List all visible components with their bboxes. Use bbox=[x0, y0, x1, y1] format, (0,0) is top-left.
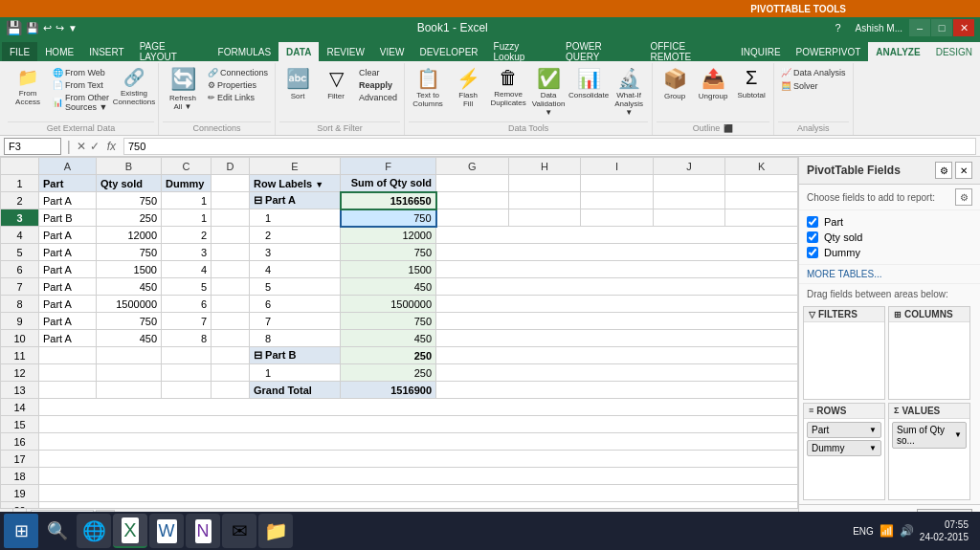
remove-duplicates-btn[interactable]: 🗑 RemoveDuplicates bbox=[489, 65, 527, 110]
tab-review[interactable]: REVIEW bbox=[319, 42, 371, 61]
from-text-btn[interactable]: 📄From Text bbox=[50, 79, 112, 91]
cell-a2[interactable]: Part A bbox=[39, 192, 97, 209]
cell-d8[interactable] bbox=[212, 296, 250, 313]
cell-a8[interactable]: Part A bbox=[39, 296, 97, 313]
cell-f9[interactable]: 750 bbox=[341, 313, 436, 330]
pivot-panel-close-btn[interactable]: ✕ bbox=[955, 162, 972, 179]
cell-f10[interactable]: 450 bbox=[341, 330, 436, 347]
cell-f4[interactable]: 12000 bbox=[341, 227, 436, 244]
clear-btn[interactable]: Clear bbox=[356, 67, 400, 78]
start-button[interactable]: ⊞ bbox=[4, 514, 38, 548]
col-header-g[interactable]: G bbox=[436, 158, 509, 175]
tab-page-layout[interactable]: PAGE LAYOUT bbox=[132, 42, 211, 61]
rows-part-dropdown[interactable]: ▼ bbox=[869, 426, 877, 434]
values-dropdown[interactable]: ▼ bbox=[954, 430, 962, 439]
rows-item-dummy[interactable]: Dummy ▼ bbox=[807, 440, 881, 456]
cell-j2[interactable] bbox=[653, 192, 725, 209]
tab-formulas[interactable]: FORMULAS bbox=[211, 42, 279, 61]
data-validation-btn[interactable]: ✅ DataValidation ▼ bbox=[529, 65, 568, 119]
cell-b7[interactable]: 450 bbox=[97, 278, 162, 296]
cell-d11[interactable] bbox=[212, 347, 250, 364]
taskbar-excel[interactable]: X bbox=[113, 514, 147, 548]
rows-item-part[interactable]: Part ▼ bbox=[807, 422, 881, 438]
cell-a5[interactable]: Part A bbox=[39, 244, 97, 261]
cell-k2[interactable] bbox=[725, 192, 798, 209]
cell-e6[interactable]: 4 bbox=[250, 261, 341, 278]
col-header-d[interactable]: D bbox=[212, 158, 250, 175]
name-box[interactable] bbox=[4, 138, 61, 155]
tab-developer[interactable]: DEVELOPER bbox=[412, 42, 485, 61]
help-btn[interactable]: ? bbox=[828, 19, 849, 36]
cell-c12[interactable] bbox=[162, 364, 212, 382]
cell-e1[interactable]: Row Labels ▼ bbox=[250, 175, 341, 192]
cell-d3[interactable] bbox=[212, 209, 250, 227]
cell-a3[interactable]: Part B bbox=[39, 209, 97, 227]
pivot-gear-btn[interactable]: ⚙ bbox=[955, 188, 972, 206]
data-analysis-btn[interactable]: 📈Data Analysis bbox=[778, 67, 849, 78]
cell-j3[interactable] bbox=[653, 209, 725, 227]
network-icon[interactable]: 📶 bbox=[880, 524, 894, 538]
cell-c8[interactable]: 6 bbox=[162, 296, 212, 313]
cell-e10[interactable]: 8 bbox=[250, 330, 341, 347]
cell-f8[interactable]: 1500000 bbox=[341, 296, 436, 313]
from-other-btn[interactable]: 📊From OtherSources ▼ bbox=[50, 92, 112, 113]
col-header-f[interactable]: F bbox=[341, 158, 436, 175]
cell-d10[interactable] bbox=[212, 330, 250, 347]
cell-b2[interactable]: 750 bbox=[97, 192, 162, 209]
rows-dummy-dropdown[interactable]: ▼ bbox=[869, 444, 877, 452]
cell-d5[interactable] bbox=[212, 244, 250, 261]
cell-f5[interactable]: 750 bbox=[341, 244, 436, 261]
cell-c7[interactable]: 5 bbox=[162, 278, 212, 296]
cell-k3[interactable] bbox=[725, 209, 798, 227]
col-header-c[interactable]: C bbox=[162, 158, 212, 175]
cell-a9[interactable]: Part A bbox=[39, 313, 97, 330]
maximize-btn[interactable]: □ bbox=[931, 19, 952, 36]
cell-b10[interactable]: 450 bbox=[97, 330, 162, 347]
cell-e11[interactable]: ⊟ Part B bbox=[250, 347, 341, 364]
advanced-btn[interactable]: Advanced bbox=[356, 92, 400, 103]
cell-b5[interactable]: 750 bbox=[97, 244, 162, 261]
cell-c9[interactable]: 7 bbox=[162, 313, 212, 330]
cell-c5[interactable]: 3 bbox=[162, 244, 212, 261]
cell-e5[interactable]: 3 bbox=[250, 244, 341, 261]
cell-f3[interactable]: 750 bbox=[341, 209, 436, 227]
cell-a10[interactable]: Part A bbox=[39, 330, 97, 347]
tab-powerpivot[interactable]: POWERPIVOT bbox=[789, 42, 869, 61]
cell-g3[interactable] bbox=[436, 209, 509, 227]
cell-h2[interactable] bbox=[508, 192, 581, 209]
cell-c11[interactable] bbox=[162, 347, 212, 364]
col-header-b[interactable]: B bbox=[97, 158, 162, 175]
cell-a11[interactable] bbox=[39, 347, 97, 364]
cell-g1[interactable] bbox=[436, 175, 509, 192]
cell-c3[interactable]: 1 bbox=[162, 209, 212, 227]
cell-f6[interactable]: 1500 bbox=[341, 261, 436, 278]
col-header-h[interactable]: H bbox=[508, 158, 581, 175]
tab-analyze[interactable]: ANALYZE bbox=[868, 42, 927, 61]
cell-f7[interactable]: 450 bbox=[341, 278, 436, 296]
pivot-field-dummy[interactable]: Dummy bbox=[807, 245, 972, 260]
cell-a12[interactable] bbox=[39, 364, 97, 382]
cell-b4[interactable]: 12000 bbox=[97, 227, 162, 244]
cell-a13[interactable] bbox=[39, 382, 97, 399]
cell-f12[interactable]: 250 bbox=[341, 364, 436, 382]
cell-d7[interactable] bbox=[212, 278, 250, 296]
tab-power-query[interactable]: POWER QUERY bbox=[558, 42, 642, 61]
sound-icon[interactable]: 🔊 bbox=[900, 524, 914, 538]
cell-a6[interactable]: Part A bbox=[39, 261, 97, 278]
col-header-a[interactable]: A bbox=[39, 158, 97, 175]
filter-btn[interactable]: ▽ Filter bbox=[318, 65, 354, 102]
cell-b12[interactable] bbox=[97, 364, 162, 382]
ungroup-btn[interactable]: 📤 Ungroup bbox=[695, 65, 731, 102]
cell-b1[interactable]: Qty sold bbox=[97, 175, 162, 192]
cell-d13[interactable] bbox=[212, 382, 250, 399]
tab-home[interactable]: HOME bbox=[37, 42, 81, 61]
taskbar-word[interactable]: W bbox=[149, 514, 184, 548]
cell-b6[interactable]: 1500 bbox=[97, 261, 162, 278]
tab-data[interactable]: DATA bbox=[278, 42, 319, 61]
cell-k1[interactable] bbox=[725, 175, 798, 192]
field-part-checkbox[interactable] bbox=[807, 216, 818, 228]
tab-office-remote[interactable]: OFFICE REMOTE bbox=[642, 42, 732, 61]
taskbar-outlook[interactable]: ✉ bbox=[222, 514, 256, 548]
flash-fill-btn[interactable]: ⚡ FlashFill bbox=[449, 65, 487, 111]
sort-btn[interactable]: 🔤 Sort bbox=[279, 65, 316, 102]
